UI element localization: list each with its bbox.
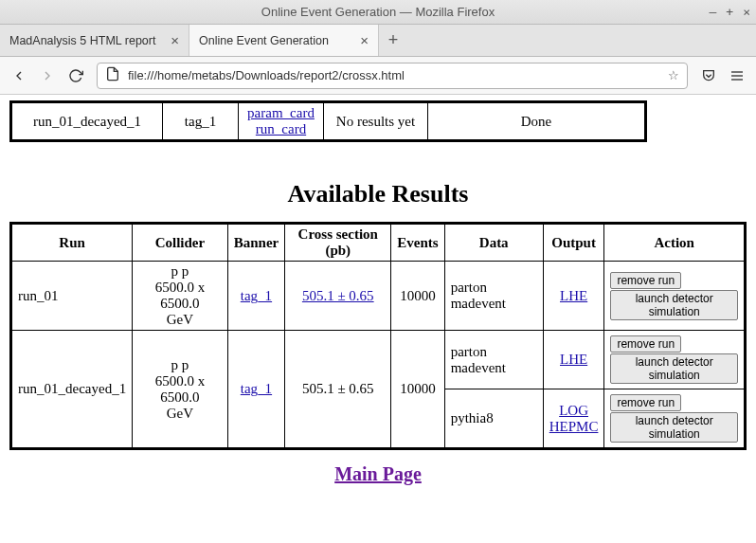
run-cell: run_01_decayed_1 <box>11 102 163 141</box>
lhe-link[interactable]: LHE <box>560 352 587 367</box>
window-controls: — + × <box>710 5 750 19</box>
launch-detector-button[interactable]: launch detector simulation <box>610 353 738 384</box>
banner-link[interactable]: tag_1 <box>241 381 272 396</box>
log-link[interactable]: LOG <box>559 403 588 418</box>
forward-button[interactable] <box>40 68 55 83</box>
col-data: Data <box>444 224 543 262</box>
param-card-link[interactable]: param_card <box>247 105 315 120</box>
back-button[interactable] <box>11 68 27 83</box>
collider-cell: p p 6500.0 x 6500.0 GeV <box>133 331 228 449</box>
menu-icon[interactable] <box>729 68 745 83</box>
data-cell: parton madevent <box>444 331 543 389</box>
col-collider: Collider <box>133 224 228 262</box>
col-action: Action <box>604 224 746 262</box>
bookmark-star-icon[interactable]: ☆ <box>668 68 679 82</box>
tab-inactive[interactable]: MadAnalysis 5 HTML report × <box>0 25 189 56</box>
output-cell: LHE <box>543 262 604 331</box>
cross-section-link[interactable]: 505.1 ± 0.65 <box>302 288 374 303</box>
url-text: file:///home/metabs/Downloads/report2/cr… <box>128 68 668 82</box>
col-banner: Banner <box>227 224 285 262</box>
cards-cell: param_card run_card <box>239 102 324 141</box>
data-cell: pythia8 <box>444 389 543 449</box>
run-card-link[interactable]: run_card <box>256 121 306 136</box>
main-page-link[interactable]: Main Page <box>334 463 422 484</box>
results-table: Run Collider Banner Cross section (pb) E… <box>9 222 747 450</box>
url-bar[interactable]: file:///home/metabs/Downloads/report2/cr… <box>97 63 688 89</box>
col-events: Events <box>391 224 444 262</box>
events-cell: 10000 <box>391 331 444 449</box>
close-icon[interactable]: × <box>360 32 369 48</box>
page-content: run_01_decayed_1 tag_1 param_card run_ca… <box>0 100 756 504</box>
tab-label: MadAnalysis 5 HTML report <box>9 34 155 47</box>
collider-line: p p <box>171 357 189 372</box>
col-output: Output <box>543 224 604 262</box>
file-icon <box>105 66 120 84</box>
action-cell: remove run launch detector simulation <box>604 389 746 449</box>
lhe-link[interactable]: LHE <box>560 288 587 303</box>
close-icon[interactable]: × <box>171 32 179 48</box>
collider-cell: p p 6500.0 x 6500.0 GeV <box>133 262 228 331</box>
maximize-icon[interactable]: + <box>726 5 733 19</box>
banner-cell: tag_1 <box>227 331 285 449</box>
results-cell: No results yet <box>324 102 428 141</box>
collider-line: GeV <box>167 312 193 327</box>
action-cell: remove run launch detector simulation <box>604 331 746 389</box>
toolbar: file:///home/metabs/Downloads/report2/cr… <box>0 57 756 95</box>
data-cell: parton madevent <box>444 262 543 331</box>
remove-run-button[interactable]: remove run <box>610 394 681 411</box>
collider-line: GeV <box>167 406 193 421</box>
banner-link[interactable]: tag_1 <box>241 288 272 303</box>
cross-cell: 505.1 ± 0.65 <box>285 262 391 331</box>
hepmc-link[interactable]: HEPMC <box>549 419 599 434</box>
window-titlebar: Online Event Generation — Mozilla Firefo… <box>0 0 756 25</box>
status-cell: Done <box>428 102 646 141</box>
action-cell: remove run launch detector simulation <box>604 262 746 331</box>
cross-cell: 505.1 ± 0.65 <box>285 331 391 449</box>
remove-run-button[interactable]: remove run <box>610 272 681 289</box>
table-row: run_01_decayed_1 p p 6500.0 x 6500.0 GeV… <box>11 331 746 389</box>
status-table: run_01_decayed_1 tag_1 param_card run_ca… <box>9 100 647 142</box>
tab-label: Online Event Generation <box>199 34 329 47</box>
tag-cell: tag_1 <box>163 102 239 141</box>
collider-line: 6500.0 x 6500.0 <box>155 280 206 311</box>
table-row: run_01 p p 6500.0 x 6500.0 GeV tag_1 505… <box>11 262 746 331</box>
col-cross: Cross section (pb) <box>285 224 391 262</box>
banner-cell: tag_1 <box>227 262 285 331</box>
reload-button[interactable] <box>68 68 83 83</box>
tab-active[interactable]: Online Event Generation × <box>189 25 379 56</box>
col-run: Run <box>11 224 133 262</box>
close-window-icon[interactable]: × <box>743 5 750 19</box>
section-title: Available Results <box>9 180 747 208</box>
table-header-row: Run Collider Banner Cross section (pb) E… <box>11 224 746 262</box>
table-row: run_01_decayed_1 tag_1 param_card run_ca… <box>11 102 646 141</box>
run-cell: run_01 <box>11 262 133 331</box>
events-cell: 10000 <box>391 262 444 331</box>
collider-line: 6500.0 x 6500.0 <box>155 373 206 405</box>
pocket-icon[interactable] <box>701 68 716 83</box>
tabs-bar: MadAnalysis 5 HTML report × Online Event… <box>0 25 756 57</box>
new-tab-button[interactable]: + <box>379 25 407 56</box>
launch-detector-button[interactable]: launch detector simulation <box>610 290 738 320</box>
collider-line: p p <box>171 263 189 279</box>
run-cell: run_01_decayed_1 <box>11 331 133 449</box>
launch-detector-button[interactable]: launch detector simulation <box>610 412 738 443</box>
window-title: Online Event Generation — Mozilla Firefo… <box>261 5 495 19</box>
output-cell: LHE <box>543 331 604 389</box>
main-page-footer: Main Page <box>9 463 747 485</box>
minimize-icon[interactable]: — <box>710 5 717 19</box>
remove-run-button[interactable]: remove run <box>610 335 681 353</box>
output-cell: LOG HEPMC <box>543 389 604 449</box>
